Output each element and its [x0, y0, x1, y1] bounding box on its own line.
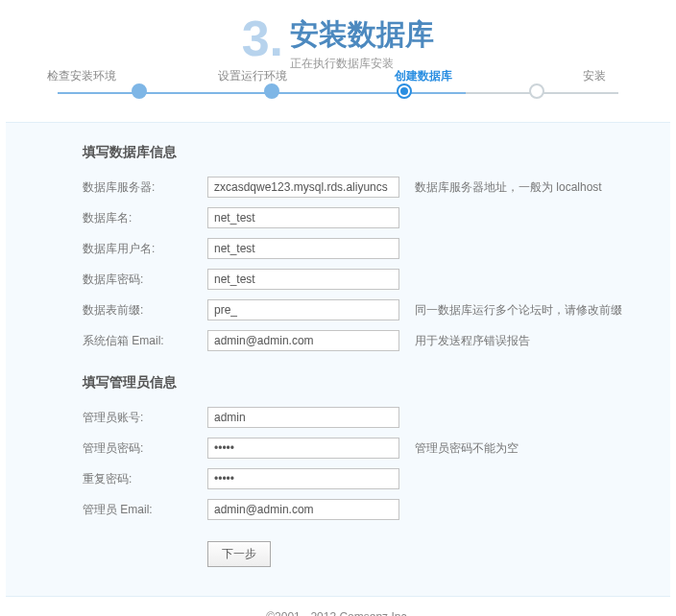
- admin-pass2-input[interactable]: [207, 468, 399, 489]
- db-pass-label: 数据库密码:: [83, 272, 207, 288]
- db-section-title: 填写数据库信息: [83, 144, 670, 161]
- progress-dot: [132, 83, 147, 99]
- db-pass-input[interactable]: [207, 269, 399, 290]
- progress-dot: [529, 83, 544, 99]
- db-host-hint: 数据库服务器地址，一般为 localhost: [415, 179, 602, 196]
- progress-step-label: 安装: [551, 68, 638, 84]
- sys-email-input[interactable]: [207, 330, 399, 351]
- progress-step-label: 创建数据库: [380, 68, 467, 84]
- sys-email-label: 系统信箱 Email:: [83, 333, 207, 349]
- db-host-label: 数据库服务器:: [83, 179, 207, 196]
- step-number: 3.: [242, 10, 283, 67]
- progress-step-label: 检查安装环境: [38, 68, 125, 84]
- admin-pass-hint: 管理员密码不能为空: [415, 440, 519, 457]
- db-prefix-hint: 同一数据库运行多个论坛时，请修改前缀: [415, 302, 622, 319]
- db-prefix-label: 数据表前缀:: [83, 302, 207, 319]
- db-user-input[interactable]: [207, 238, 399, 259]
- admin-pass-input[interactable]: [207, 438, 399, 459]
- db-user-label: 数据库用户名:: [83, 241, 207, 257]
- db-host-input[interactable]: [207, 177, 399, 198]
- admin-section-title: 填写管理员信息: [83, 374, 670, 391]
- admin-pass-label: 管理员密码:: [83, 440, 207, 457]
- sys-email-hint: 用于发送程序错误报告: [415, 333, 530, 349]
- admin-acct-input[interactable]: [207, 407, 399, 428]
- page-title: 安装数据库: [290, 15, 434, 55]
- form-area: 填写数据库信息 数据库服务器: 数据库服务器地址，一般为 localhost 数…: [6, 122, 670, 597]
- admin-email-label: 管理员 Email:: [83, 502, 207, 518]
- footer-text: ©2001 - 2013 Comsenz Inc.: [0, 597, 676, 616]
- db-prefix-input[interactable]: [207, 299, 399, 320]
- admin-email-input[interactable]: [207, 499, 399, 520]
- progress-dot: [397, 83, 412, 99]
- progress-bar: 检查安装环境 设置运行环境 创建数据库 安装: [29, 83, 647, 103]
- progress-step-label: 设置运行环境: [209, 68, 296, 84]
- db-name-label: 数据库名:: [83, 210, 207, 226]
- next-button[interactable]: 下一步: [207, 541, 271, 567]
- admin-pass2-label: 重复密码:: [83, 471, 207, 487]
- progress-dot: [264, 83, 279, 99]
- admin-acct-label: 管理员账号:: [83, 410, 207, 426]
- db-name-input[interactable]: [207, 207, 399, 228]
